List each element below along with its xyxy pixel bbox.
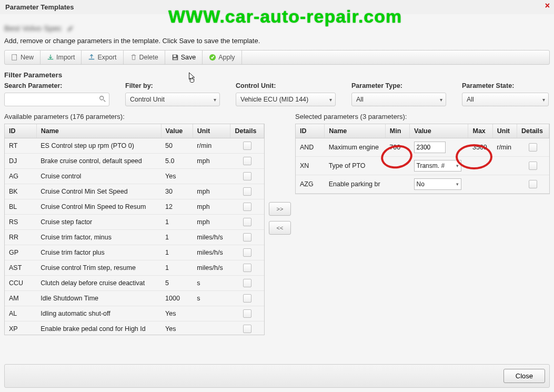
sel-col-unit[interactable]: Unit: [492, 124, 517, 138]
table-row[interactable]: AZGEnable parking brNo: [296, 175, 549, 194]
details-icon[interactable]: [243, 172, 251, 180]
table-row[interactable]: XNType of PTOTransm. #: [296, 157, 549, 175]
details-icon[interactable]: [529, 143, 537, 152]
available-title: Available parameters (176 parameters):: [4, 113, 265, 120]
control-unit-dropdown[interactable]: Vehicle ECU (MID 144): [236, 93, 336, 106]
search-icon[interactable]: [99, 95, 106, 103]
col-id[interactable]: ID: [5, 124, 36, 138]
available-table-scroll[interactable]: ID Name Value Unit Details RTES Control …: [5, 124, 264, 335]
table-row[interactable]: AMIdle Shutdown Time1000s: [5, 291, 264, 306]
filters-row: Search Parameter: Filter by: Control Uni…: [4, 82, 550, 106]
col-details[interactable]: Details: [230, 124, 264, 138]
table-row[interactable]: BKCruise Control Min Set Speed30mph: [5, 184, 264, 199]
table-row[interactable]: RSCruise step factor1mph: [5, 215, 264, 230]
sel-col-max[interactable]: Max: [468, 124, 492, 138]
value-select[interactable]: No: [414, 178, 461, 190]
svg-point-4: [100, 96, 104, 100]
new-icon: [11, 54, 18, 61]
details-icon[interactable]: [243, 142, 251, 150]
details-icon[interactable]: [243, 233, 251, 242]
selected-table: ID Name Min Value Max Unit Details ANDMa…: [296, 124, 549, 194]
template-name-row: Best Volvo Spec: [4, 24, 550, 33]
instruction-text: Add, remove or change parameters in the …: [4, 37, 550, 45]
details-icon[interactable]: [529, 162, 537, 170]
value-input[interactable]: [414, 142, 446, 153]
table-row[interactable]: ALIdling automatic shut-offYes: [5, 306, 264, 321]
details-icon[interactable]: [243, 218, 251, 226]
export-icon: [88, 54, 95, 61]
col-unit[interactable]: Unit: [193, 124, 230, 138]
export-button[interactable]: Export: [82, 51, 123, 64]
table-row[interactable]: XPEnable brake pedal cond for High IdYes: [5, 321, 264, 335]
import-icon: [47, 54, 54, 61]
close-icon[interactable]: ×: [545, 1, 550, 11]
close-button[interactable]: Close: [503, 369, 545, 383]
filter-section-title: Filter Parameters: [4, 71, 550, 79]
title-bar: Parameter Templates ×: [0, 0, 554, 14]
details-icon[interactable]: [243, 187, 251, 196]
sel-col-value[interactable]: Value: [410, 124, 468, 138]
details-icon[interactable]: [243, 264, 251, 272]
param-state-label: Parameter State:: [462, 82, 549, 89]
table-row[interactable]: RTES Control step up rpm (PTO 0)50r/min: [5, 138, 264, 154]
param-type-label: Parameter Type:: [351, 82, 446, 89]
svg-rect-2: [173, 58, 177, 60]
details-icon[interactable]: [529, 180, 537, 188]
search-input[interactable]: [4, 93, 109, 106]
table-row[interactable]: GPCruise trim factor plus1miles/h/s: [5, 245, 264, 260]
table-row[interactable]: DJBrake cruise control, default speed5.0…: [5, 154, 264, 169]
add-button[interactable]: >>: [269, 202, 291, 216]
sel-col-details[interactable]: Details: [517, 124, 549, 138]
new-button[interactable]: New: [5, 51, 41, 64]
delete-button[interactable]: Delete: [124, 51, 165, 64]
table-row[interactable]: RRCruise trim factor, minus1miles/h/s: [5, 230, 264, 245]
details-icon[interactable]: [243, 203, 251, 211]
control-unit-label: Control Unit:: [236, 82, 336, 89]
check-icon: [209, 54, 216, 61]
available-table: ID Name Value Unit Details RTES Control …: [5, 124, 264, 335]
svg-rect-1: [173, 55, 176, 57]
table-row[interactable]: CCUClutch delay before cruise deactivat5…: [5, 276, 264, 291]
details-icon[interactable]: [243, 248, 251, 257]
table-row[interactable]: BLCruise Control Min Speed to Resum12mph: [5, 199, 264, 215]
param-state-dropdown[interactable]: All: [462, 93, 549, 106]
table-row[interactable]: AGCruise controlYes: [5, 169, 264, 184]
remove-button[interactable]: <<: [269, 221, 291, 235]
import-button[interactable]: Import: [41, 51, 82, 64]
filter-by-dropdown[interactable]: Control Unit: [125, 93, 220, 106]
table-row[interactable]: ASTCruise control Trim step, resume1mile…: [5, 260, 264, 276]
details-icon[interactable]: [243, 157, 251, 165]
selected-title: Selected parameters (3 parameters):: [295, 113, 550, 120]
trash-icon: [130, 54, 137, 61]
search-label: Search Parameter:: [4, 82, 109, 89]
svg-rect-0: [12, 55, 17, 61]
save-button[interactable]: Save: [165, 51, 203, 64]
footer-bar: Close: [4, 364, 550, 388]
filter-by-label: Filter by:: [125, 82, 220, 89]
save-icon: [172, 54, 179, 61]
param-type-dropdown[interactable]: All: [351, 93, 446, 106]
apply-button[interactable]: Apply: [203, 51, 241, 64]
toolbar: New Import Export Delete Save Apply: [4, 50, 550, 65]
col-name[interactable]: Name: [36, 124, 161, 138]
template-name: Best Volvo Spec: [4, 24, 62, 33]
details-icon[interactable]: [243, 279, 251, 287]
sel-col-id[interactable]: ID: [296, 124, 325, 138]
details-icon[interactable]: [243, 294, 251, 303]
pencil-icon[interactable]: [67, 25, 74, 32]
window-title: Parameter Templates: [5, 3, 74, 11]
sel-col-min[interactable]: Min: [385, 124, 409, 138]
details-icon[interactable]: [243, 325, 251, 333]
col-value[interactable]: Value: [161, 124, 193, 138]
sel-col-name[interactable]: Name: [325, 124, 386, 138]
table-row[interactable]: ANDMaximum engine7003500r/min: [296, 138, 549, 157]
details-icon[interactable]: [243, 309, 251, 318]
value-select[interactable]: Transm. #: [414, 160, 461, 172]
